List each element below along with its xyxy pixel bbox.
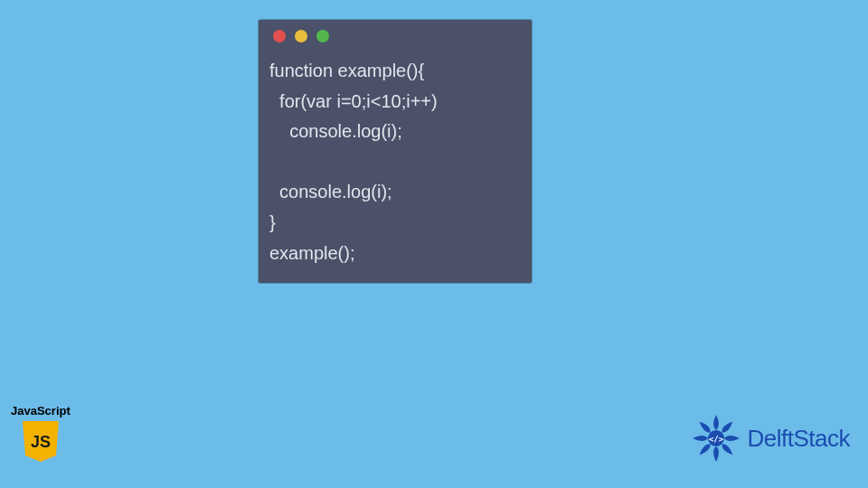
delftstack-brand: </> DelftStack xyxy=(690,412,851,465)
code-line: function example(){ xyxy=(269,61,424,80)
code-line: example(); xyxy=(269,243,354,263)
code-line: console.log(i); xyxy=(269,182,392,202)
minimize-icon[interactable] xyxy=(295,30,307,42)
javascript-shield-icon: JS xyxy=(21,419,61,463)
code-line: console.log(i); xyxy=(269,121,402,141)
window-titlebar xyxy=(259,20,532,52)
code-block: function example(){ for(var i=0;i<10;i++… xyxy=(259,52,532,268)
javascript-label: JavaScript xyxy=(11,404,71,418)
delftstack-name: DelftStack xyxy=(748,425,851,453)
code-line: for(var i=0;i<10;i++) xyxy=(269,91,438,111)
code-window: function example(){ for(var i=0;i<10;i++… xyxy=(259,20,532,283)
javascript-badge: JavaScript JS xyxy=(11,404,71,466)
maximize-icon[interactable] xyxy=(316,30,329,42)
delftstack-logo-icon: </> xyxy=(690,412,742,465)
close-icon[interactable] xyxy=(273,30,286,42)
svg-text:</>: </> xyxy=(708,435,723,444)
js-initials: JS xyxy=(31,433,51,451)
code-line: } xyxy=(269,212,276,232)
